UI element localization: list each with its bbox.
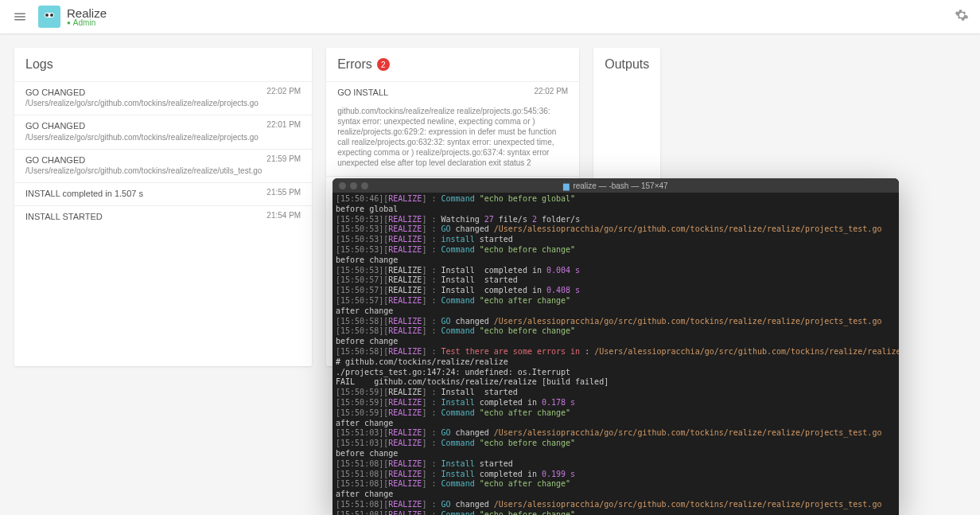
log-item[interactable]: GO CHANGED/Users/realize/go/src/github.c…: [14, 115, 312, 148]
logs-title: Logs: [14, 48, 312, 81]
log-item-title: INSTALL STARTED: [25, 211, 262, 222]
app-bar: Realize Admin: [0, 0, 980, 33]
log-item-body: /Users/realize/go/src/github.com/tockins…: [25, 98, 262, 108]
log-item-time: 22:01 PM: [262, 120, 301, 142]
app-logo: [38, 6, 60, 28]
terminal-titlebar[interactable]: ▆ realize — -bash — 157×47: [332, 178, 899, 193]
log-item-title: GO CHANGED: [25, 120, 262, 131]
terminal-window: ▆ realize — -bash — 157×47 [15:50:46][RE…: [332, 178, 899, 515]
log-item-body: /Users/realize/go/src/github.com/tockins…: [25, 166, 262, 176]
error-item-time: 22:02 PM: [529, 87, 568, 98]
app-subtitle: Admin: [67, 19, 107, 27]
log-item-body: /Users/realize/go/src/github.com/tockins…: [25, 132, 262, 142]
terminal-title: realize — -bash — 157×47: [573, 181, 667, 190]
app-title: Realize: [67, 7, 107, 19]
log-item[interactable]: INSTALL completed in 1.507 s21:55 PM: [14, 182, 312, 205]
log-item-title: INSTALL completed in 1.507 s: [25, 188, 262, 199]
log-item-title: GO CHANGED: [25, 87, 262, 98]
errors-title: Errors: [337, 57, 372, 72]
terminal-body[interactable]: [15:50:46][REALIZE] : Command "echo befo…: [332, 193, 899, 515]
menu-icon[interactable]: [8, 5, 32, 29]
log-item-time: 21:55 PM: [262, 188, 301, 199]
log-item-time: 21:59 PM: [262, 154, 301, 176]
errors-badge: 2: [377, 58, 390, 71]
log-item-time: 21:54 PM: [262, 211, 301, 222]
log-item[interactable]: INSTALL STARTED21:54 PM: [14, 205, 312, 228]
log-item-time: 22:02 PM: [262, 87, 301, 108]
folder-icon: ▆: [563, 181, 570, 190]
log-item-title: GO CHANGED: [25, 154, 262, 166]
error-item-title: GO INSTALL: [337, 87, 529, 98]
outputs-title: Outputs: [593, 48, 660, 81]
error-item[interactable]: GO INSTALL22:02 PM: [326, 81, 579, 104]
log-item[interactable]: GO CHANGED/Users/realize/go/src/github.c…: [14, 81, 312, 115]
gear-icon[interactable]: [951, 5, 972, 29]
error-item-detail: github.com/tockins/realize/realize reali…: [326, 104, 579, 176]
logs-panel: Logs GO CHANGED/Users/realize/go/src/git…: [14, 48, 312, 366]
log-item[interactable]: GO CHANGED/Users/realize/go/src/github.c…: [14, 149, 312, 182]
